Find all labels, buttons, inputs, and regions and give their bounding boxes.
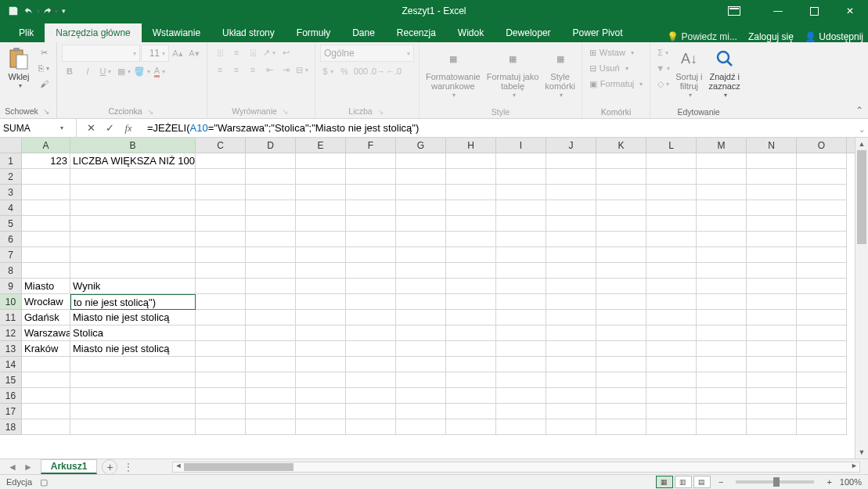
sheet-nav-buttons[interactable]: ◄► [0, 462, 41, 473]
column-header[interactable]: B [70, 138, 196, 153]
cell[interactable] [22, 185, 70, 200]
cell[interactable] [396, 357, 446, 372]
row-header[interactable]: 4 [0, 200, 22, 216]
cell[interactable] [346, 294, 396, 310]
number-format-combo[interactable]: Ogólne▾ [320, 45, 414, 62]
cell[interactable] [296, 372, 346, 388]
cell[interactable] [646, 169, 697, 185]
cell[interactable] [646, 310, 697, 325]
share-button[interactable]: 👤 Udostępnij [805, 31, 863, 42]
cell[interactable] [296, 169, 346, 185]
cell[interactable] [596, 169, 646, 185]
cell[interactable] [496, 232, 546, 247]
cell[interactable] [446, 200, 496, 216]
align-top-icon[interactable]: ⍐ [212, 45, 228, 60]
cell[interactable] [196, 372, 246, 388]
underline-icon[interactable]: U▾ [98, 63, 113, 79]
bold-icon[interactable]: B [62, 63, 77, 79]
cell[interactable] [546, 404, 596, 419]
column-header[interactable]: G [396, 138, 446, 153]
cell[interactable] [22, 404, 70, 419]
cell[interactable] [646, 419, 697, 435]
cell[interactable] [697, 200, 747, 216]
cell[interactable] [396, 232, 446, 247]
insert-cells-button[interactable]: ⊞Wstaw▾ [587, 45, 636, 60]
tab-developer[interactable]: Deweloper [495, 23, 561, 42]
cell[interactable] [346, 404, 396, 419]
tab-page-layout[interactable]: Układ strony [211, 23, 286, 42]
cell[interactable] [22, 200, 70, 216]
row-header[interactable]: 7 [0, 247, 22, 263]
cell[interactable] [546, 153, 596, 169]
tab-data[interactable]: Dane [341, 23, 386, 42]
cell[interactable] [396, 216, 446, 232]
close-button[interactable]: ✕ [832, 0, 868, 22]
cell[interactable] [196, 357, 246, 372]
cell[interactable] [296, 200, 346, 216]
cell[interactable] [596, 279, 646, 294]
cell[interactable] [396, 341, 446, 357]
cell[interactable] [346, 216, 396, 232]
cell[interactable] [346, 169, 396, 185]
cell[interactable] [596, 372, 646, 388]
align-middle-icon[interactable]: ≡ [229, 45, 244, 60]
cell[interactable] [496, 169, 546, 185]
row-header[interactable]: 8 [0, 263, 22, 279]
cell[interactable] [697, 185, 747, 200]
cell[interactable] [70, 169, 196, 185]
scroll-down-icon[interactable]: ▼ [855, 446, 868, 458]
cell[interactable] [196, 294, 246, 310]
cell[interactable] [446, 404, 496, 419]
cell[interactable] [396, 263, 446, 279]
cell[interactable] [446, 153, 496, 169]
column-header[interactable]: A [22, 138, 70, 153]
cell[interactable] [747, 232, 797, 247]
cell[interactable] [396, 169, 446, 185]
cell[interactable] [346, 357, 396, 372]
cell[interactable] [496, 357, 546, 372]
cell[interactable] [646, 232, 697, 247]
cell[interactable] [446, 419, 496, 435]
cell[interactable] [396, 247, 446, 263]
dialog-launcher-icon[interactable]: ↘ [41, 106, 52, 117]
enter-edit-icon[interactable]: ✓ [100, 120, 119, 136]
cell[interactable] [496, 200, 546, 216]
cell[interactable] [747, 279, 797, 294]
cell[interactable] [296, 247, 346, 263]
cell[interactable] [446, 357, 496, 372]
comma-icon[interactable]: 000 [353, 63, 369, 79]
decrease-decimal-icon[interactable]: ←.0 [386, 63, 402, 79]
cell[interactable] [697, 232, 747, 247]
cell[interactable]: to nie jest stolicą") [70, 294, 196, 310]
redo-icon[interactable]: ▾ [41, 2, 58, 20]
cell[interactable] [246, 310, 296, 325]
percent-icon[interactable]: % [337, 63, 352, 79]
column-header[interactable]: L [646, 138, 697, 153]
column-header[interactable]: M [697, 138, 747, 153]
cell[interactable] [396, 310, 446, 325]
column-header[interactable]: J [546, 138, 596, 153]
cell[interactable]: Wrocław [22, 294, 70, 310]
scroll-up-icon[interactable]: ▲ [855, 138, 868, 150]
cell[interactable] [546, 247, 596, 263]
cell[interactable] [797, 372, 847, 388]
cell[interactable] [296, 153, 346, 169]
cell[interactable] [797, 279, 847, 294]
cell[interactable] [296, 419, 346, 435]
tab-file[interactable]: Plik [8, 23, 45, 42]
cell[interactable] [747, 216, 797, 232]
row-header[interactable]: 11 [0, 310, 22, 325]
wrap-text-icon[interactable]: ↩ [278, 45, 294, 60]
cell[interactable] [747, 310, 797, 325]
cell[interactable] [496, 247, 546, 263]
cell[interactable] [596, 388, 646, 404]
cell[interactable] [22, 357, 70, 372]
column-header[interactable]: E [296, 138, 346, 153]
cell[interactable] [396, 419, 446, 435]
cell[interactable] [296, 294, 346, 310]
cell[interactable] [70, 388, 196, 404]
cell[interactable] [196, 153, 246, 169]
cell[interactable] [546, 419, 596, 435]
font-name-combo[interactable]: ▾ [62, 45, 140, 62]
cell[interactable] [196, 232, 246, 247]
